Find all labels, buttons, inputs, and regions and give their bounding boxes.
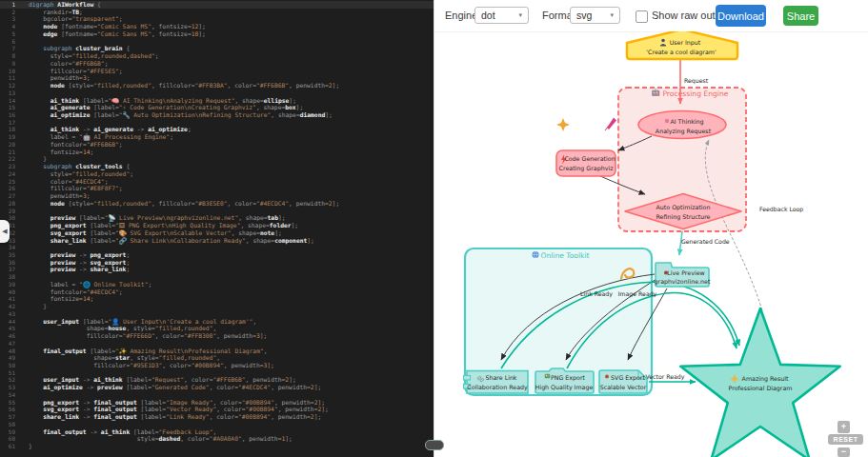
editor-collapse-handle[interactable]: ◀ xyxy=(0,220,10,243)
code-line[interactable]: 17 xyxy=(0,119,434,127)
code-line[interactable]: 56 svg_export -> final_output [label="Ve… xyxy=(0,406,434,413)
code-line[interactable]: 44 user_input [label="👤 User Input\n'Cre… xyxy=(0,318,434,326)
code-line[interactable]: 41 fontsize=14; xyxy=(0,295,434,303)
code-line[interactable]: 7 subgraph cluster_brain { xyxy=(0,45,434,52)
code-line[interactable]: 28 node [style="filled,rounded", fillcol… xyxy=(0,200,434,208)
code-line[interactable]: 45 shape=house, style="filled,rounded", xyxy=(0,325,434,332)
code-line[interactable]: 19 label = "🤖 AI Processing Engine"; xyxy=(0,133,434,141)
line-number: 26 xyxy=(0,185,19,192)
code-line[interactable]: 1digraph AIWorkflow { xyxy=(0,1,434,9)
code-line[interactable]: 46 fillcolor="#FFE66D", color="#FFB300",… xyxy=(0,332,434,340)
code-text xyxy=(19,208,29,215)
code-line[interactable]: 20 fontcolor="#FF6B6B"; xyxy=(0,141,434,149)
code-line[interactable]: 32 svg_export [label="🎨 SVG Export\nScal… xyxy=(0,229,434,237)
code-line[interactable]: 14 ai_think [label="🧠 AI Thinking\nAnaly… xyxy=(0,97,434,105)
code-text: ai_optimize [label="🔧 Auto Optimization\… xyxy=(19,111,333,119)
code-line[interactable]: 5 edge [fontname="Comic Sans MS", fontsi… xyxy=(0,30,434,38)
zoom-in-button[interactable]: + xyxy=(838,421,850,433)
code-line[interactable]: 37 preview -> share_link; xyxy=(0,266,434,273)
code-text: preview -> svg_export; xyxy=(19,259,130,267)
code-line[interactable]: 48 final_output [label="✨ Amazing Result… xyxy=(0,348,434,355)
code-line[interactable]: 58 xyxy=(0,421,434,428)
code-line[interactable]: 6 xyxy=(0,38,434,46)
code-line[interactable]: 53 ai_optimize -> preview [label="Genera… xyxy=(0,384,434,391)
node-ai-optimize-line2: Refining Structure xyxy=(656,213,711,221)
code-line[interactable]: 57 share_link -> final_output [label="Li… xyxy=(0,413,434,421)
code-line[interactable]: 29 xyxy=(0,208,434,215)
code-text: digraph AIWorkflow { xyxy=(19,1,101,9)
code-line[interactable]: 12 node [style="filled,rounded", fillcol… xyxy=(0,82,434,89)
node-ai-think-line2: Analyzing Request xyxy=(656,128,712,135)
engine-select[interactable]: dot ▾ xyxy=(474,7,529,24)
code-line[interactable]: 3 bgcolor="transparent"; xyxy=(0,15,434,23)
code-text xyxy=(19,89,29,97)
code-line[interactable]: 15 ai_generate [label="⚡ Code Generation… xyxy=(0,104,434,111)
node-ai-think-line1: AI Thinking xyxy=(670,118,703,126)
node-share-link-line1: Share Link xyxy=(485,374,516,381)
code-line[interactable]: 22 } xyxy=(0,155,434,163)
line-number: 17 xyxy=(0,119,19,127)
code-text: user_input [label="👤 User Input\n'Create… xyxy=(19,318,256,326)
code-line[interactable]: 21 fontsize=14; xyxy=(0,149,434,156)
code-line[interactable]: 35 preview -> png_export; xyxy=(0,251,434,259)
code-line[interactable]: 11 penwidth=3; xyxy=(0,74,434,82)
code-line[interactable]: 61} xyxy=(0,443,434,450)
line-number: 39 xyxy=(0,281,19,288)
code-line[interactable]: 16 ai_optimize [label="🔧 Auto Optimizati… xyxy=(0,111,434,119)
code-line[interactable]: 26 fillcolor="#E8F8F7"; xyxy=(0,185,434,192)
code-text xyxy=(19,391,29,399)
code-line[interactable]: 59 final_output -> ai_think [label="Feed… xyxy=(0,428,434,436)
cluster-online-toolkit-label: Online Toolkit xyxy=(540,251,589,260)
code-text xyxy=(19,369,29,377)
zoom-reset-button[interactable]: RESET xyxy=(828,434,863,445)
code-line[interactable]: 27 penwidth=3; xyxy=(0,192,434,200)
code-line[interactable]: 30 preview [label="📡 Live Preview\ngraph… xyxy=(0,214,434,222)
code-line[interactable]: 2 rankdir=TB; xyxy=(0,9,434,16)
code-line[interactable]: 31 png_export [label="🖼 PNG Export\nHigh… xyxy=(0,222,434,229)
code-line[interactable]: 42 } xyxy=(0,303,434,310)
code-line[interactable]: 23 subgraph cluster_tools { xyxy=(0,163,434,170)
line-number: 38 xyxy=(0,273,19,281)
code-line[interactable]: 51 xyxy=(0,369,434,377)
code-text: final_output [label="✨ Amazing Result\nP… xyxy=(19,348,268,355)
code-line[interactable]: 8 style="filled,rounded,dashed"; xyxy=(0,52,434,60)
graph-area[interactable]: AI Processing Engine Online Toolkit Requ… xyxy=(434,31,868,457)
download-button[interactable]: Download xyxy=(716,5,766,27)
code-editor[interactable]: 1digraph AIWorkflow {2 rankdir=TB;3 bgco… xyxy=(0,0,434,457)
code-text: style="filled,rounded,dashed"; xyxy=(19,52,159,60)
code-line[interactable]: 50 fillcolor="#95E1D3", color="#00B894",… xyxy=(0,362,434,369)
code-line[interactable]: 52 user_input -> ai_think [label="Reques… xyxy=(0,376,434,384)
code-line[interactable]: 18 ai_think -> ai_generate -> ai_optimiz… xyxy=(0,126,434,133)
share-button[interactable]: Share xyxy=(783,6,818,26)
code-line[interactable]: 60 style=dashed, color="#A0A0A0", penwid… xyxy=(0,435,434,443)
zoom-out-button[interactable]: − xyxy=(838,447,850,457)
line-number: 1 xyxy=(0,1,19,9)
code-line[interactable]: 43 xyxy=(0,310,434,318)
format-select[interactable]: svg ▾ xyxy=(570,7,620,24)
line-number: 61 xyxy=(0,443,19,450)
code-text: png_export [label="🖼 PNG Export\nHigh Qu… xyxy=(19,222,298,229)
code-line[interactable]: 39 label = "🌐 Online Toolkit"; xyxy=(0,281,434,288)
code-line[interactable]: 47 xyxy=(0,340,434,348)
code-line[interactable]: 4 node [fontname="Comic Sans MS", fontsi… xyxy=(0,23,434,30)
code-line[interactable]: 34 xyxy=(0,244,434,251)
code-line[interactable]: 40 fontcolor="#4ECDC4"; xyxy=(0,288,434,296)
code-line[interactable]: 9 color="#FF6B6B"; xyxy=(0,60,434,68)
code-line[interactable]: 49 shape=star, style="filled,rounded", xyxy=(0,354,434,362)
code-line[interactable]: 55 png_export -> final_output [label="Im… xyxy=(0,399,434,407)
code-line[interactable]: 10 fillcolor="#FFE5E5"; xyxy=(0,68,434,75)
line-number: 37 xyxy=(0,266,19,273)
code-text: subgraph cluster_brain { xyxy=(19,45,130,52)
code-line[interactable]: 25 color="#4ECDC4"; xyxy=(0,178,434,186)
code-line[interactable]: 36 preview -> svg_export; xyxy=(0,259,434,267)
show-raw-output-checkbox[interactable] xyxy=(636,10,648,23)
code-line[interactable]: 38 xyxy=(0,273,434,281)
code-line[interactable]: 33 share_link [label="🔗 Share Link\nColl… xyxy=(0,237,434,245)
scrollbar-thumb[interactable] xyxy=(425,440,444,450)
code-line[interactable]: 24 style="filled,rounded"; xyxy=(0,170,434,178)
code-text xyxy=(19,38,29,46)
code-line[interactable]: 13 xyxy=(0,89,434,97)
code-line[interactable]: 54 xyxy=(0,391,434,399)
graph-canvas[interactable]: AI Processing Engine Online Toolkit Requ… xyxy=(434,31,868,457)
edge-label-feedback-loop: Feedback Loop xyxy=(759,206,803,213)
